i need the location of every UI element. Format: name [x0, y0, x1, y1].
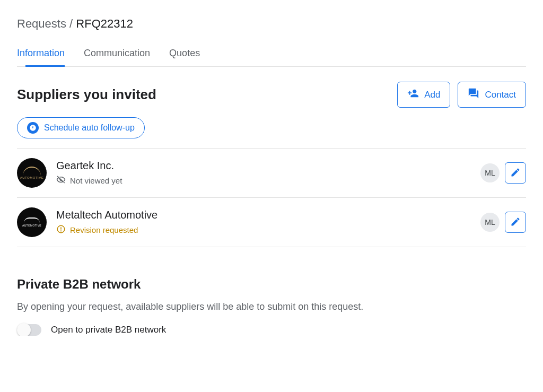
assignee-avatar[interactable]: ML: [480, 163, 500, 182]
clock-icon: [27, 122, 39, 134]
pencil-icon: [510, 167, 521, 179]
breadcrumb-current: RFQ22312: [76, 17, 133, 30]
add-button-label: Add: [424, 90, 440, 100]
private-network-toggle-label: Open to private B2B network: [51, 325, 166, 335]
supplier-list: AUTOMOTIVE Geartek Inc. Not viewed yet M…: [17, 148, 526, 247]
supplier-logo: AUTOMOTIVE: [17, 158, 47, 188]
eye-off-icon: [56, 175, 66, 186]
tab-information[interactable]: Information: [17, 48, 65, 66]
section-title-private: Private B2B network: [17, 277, 526, 292]
alert-circle-icon: [56, 224, 66, 236]
tab-communication[interactable]: Communication: [84, 48, 150, 66]
svg-point-2: [61, 231, 62, 231]
add-button[interactable]: Add: [397, 82, 450, 108]
tabs: Information Communication Quotes: [17, 48, 526, 67]
supplier-logo: AUTOMOTIVE: [17, 207, 47, 237]
edit-button[interactable]: [505, 212, 526, 233]
tab-quotes[interactable]: Quotes: [169, 48, 200, 66]
supplier-name: Metaltech Automotive: [56, 209, 471, 221]
section-title-suppliers: Suppliers you invited: [17, 86, 156, 103]
private-network-description: By opening your request, available suppl…: [17, 301, 526, 312]
pencil-icon: [510, 216, 521, 229]
contact-button-label: Contact: [485, 90, 516, 100]
schedule-followup-button[interactable]: Schedule auto follow-up: [17, 117, 145, 138]
breadcrumb: Requests / RFQ22312: [17, 17, 526, 31]
supplier-status: Not viewed yet: [56, 175, 471, 186]
schedule-followup-label: Schedule auto follow-up: [44, 123, 135, 133]
chat-icon: [468, 88, 479, 102]
supplier-status-text: Not viewed yet: [70, 176, 122, 185]
edit-button[interactable]: [505, 162, 526, 184]
private-network-toggle[interactable]: [17, 324, 41, 336]
supplier-row: AUTOMOTIVE Geartek Inc. Not viewed yet M…: [17, 149, 526, 198]
person-add-icon: [407, 88, 419, 102]
supplier-row: AUTOMOTIVE Metaltech Automotive Revision…: [17, 198, 526, 247]
breadcrumb-parent[interactable]: Requests: [17, 17, 66, 30]
supplier-status-text: Revision requested: [70, 225, 138, 234]
supplier-status: Revision requested: [56, 224, 471, 236]
contact-button[interactable]: Contact: [458, 82, 526, 108]
supplier-name: Geartek Inc.: [56, 160, 471, 172]
breadcrumb-separator: /: [69, 17, 73, 30]
assignee-avatar[interactable]: ML: [480, 213, 500, 232]
